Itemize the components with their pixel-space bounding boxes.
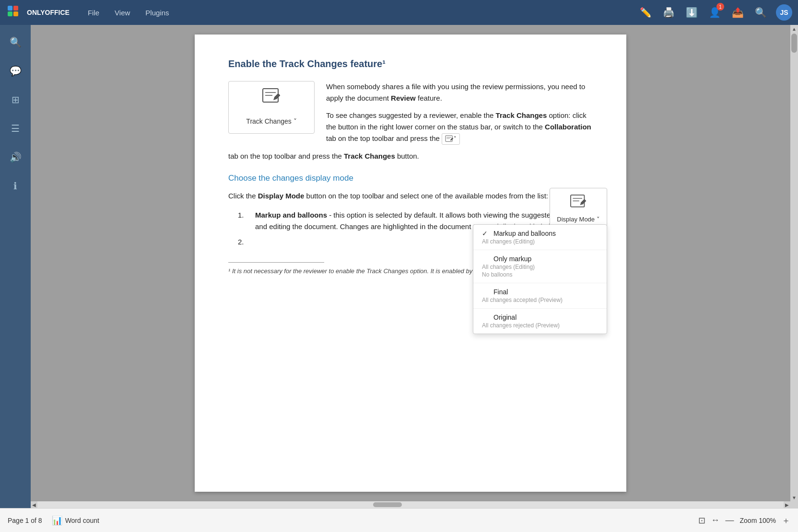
body-paragraph: Click the Display Mode button on the top… xyxy=(228,190,593,202)
dropdown-item-final[interactable]: ✓ Final All changes accepted (Preview) xyxy=(473,283,607,308)
svg-rect-3 xyxy=(8,12,12,16)
menu-items: File View Plugins xyxy=(81,6,634,20)
scroll-right-arrow[interactable]: ▶ xyxy=(784,501,790,508)
notification-area[interactable]: 👤 1 xyxy=(707,5,722,20)
vertical-scrollbar[interactable]: ▲ ▼ xyxy=(790,25,798,501)
footnote-line xyxy=(228,262,324,263)
download-icon[interactable]: ⬇️ xyxy=(684,5,699,20)
display-mode-dropdown: ✓ Markup and balloons All changes (Editi… xyxy=(473,224,607,334)
sidebar-table-icon[interactable]: ⊞ xyxy=(6,90,25,109)
menu-file[interactable]: File xyxy=(81,6,106,20)
section-heading: Choose the changes display mode xyxy=(228,172,593,185)
v-scroll-thumb[interactable] xyxy=(791,34,797,53)
dropdown-item-markup-balloons[interactable]: ✓ Markup and balloons All changes (Editi… xyxy=(473,225,607,250)
scroll-corner xyxy=(790,501,798,508)
checkmark-markup: ✓ xyxy=(482,230,490,237)
bottom-left: Page 1 of 8 xyxy=(8,517,42,524)
svg-rect-4 xyxy=(13,12,18,16)
inline-track-changes-icon[interactable]: ˅ xyxy=(442,133,460,145)
notification-badge: 1 xyxy=(716,3,724,11)
track-changes-box[interactable]: Track Changes ˅ xyxy=(228,81,315,134)
v-scroll-track[interactable] xyxy=(790,33,798,494)
sidebar-comment-icon[interactable]: 💬 xyxy=(6,61,25,81)
print-icon[interactable]: 🖨️ xyxy=(661,5,676,20)
dropdown-item-only-markup[interactable]: ✓ Only markup All changes (Editing) No b… xyxy=(473,250,607,283)
track-changes-box-icon xyxy=(262,88,281,112)
sidebar-list-icon[interactable]: ☰ xyxy=(6,119,25,138)
zoom-out-icon[interactable]: — xyxy=(726,515,734,525)
scroll-down-arrow[interactable]: ▼ xyxy=(790,494,798,501)
display-mode-button[interactable]: Display Mode ˅ xyxy=(550,188,607,229)
doc-title: Enable the Track Changes feature¹ xyxy=(228,58,593,69)
scroll-up-arrow[interactable]: ▲ xyxy=(790,25,798,33)
dropdown-item-original[interactable]: ✓ Original All changes rejected (Preview… xyxy=(473,309,607,334)
paragraph-2b: tab on the top toolbar and press the Tra… xyxy=(228,150,593,162)
list-num-1: 1. xyxy=(238,209,249,232)
display-mode-icon xyxy=(557,194,600,213)
search-topbar-icon[interactable]: 🔍 xyxy=(753,5,768,20)
sidebar-search-icon[interactable]: 🔍 xyxy=(6,33,25,52)
logo-text: ONLYOFFICE xyxy=(27,9,70,16)
sidebar-speaker-icon[interactable]: 🔊 xyxy=(6,148,25,167)
edit-icon[interactable]: ✏️ xyxy=(638,5,653,20)
menu-plugins[interactable]: Plugins xyxy=(139,6,176,20)
zoom-label: Zoom 100% xyxy=(740,517,776,524)
logo-area: ONLYOFFICE xyxy=(6,4,70,21)
h-scroll-thumb[interactable] xyxy=(373,502,402,507)
doc-content: Track Changes ˅ When somebody shares a f… xyxy=(228,81,593,248)
word-count-area[interactable]: 📊 Word count xyxy=(52,515,99,526)
topbar-right: ✏️ 🖨️ ⬇️ 👤 1 📤 🔍 JS xyxy=(638,4,792,21)
share-icon[interactable]: 📤 xyxy=(730,5,745,20)
track-changes-label: Track Changes ˅ xyxy=(246,116,296,127)
list-num-2: 2. xyxy=(238,236,249,248)
menu-view[interactable]: View xyxy=(108,6,137,20)
scroll-left-arrow[interactable]: ◀ xyxy=(31,501,37,508)
horizontal-scroll-row: ◀ ▶ xyxy=(31,501,798,508)
word-count-icon: 📊 xyxy=(52,515,62,526)
doc-wrapper: Enable the Track Changes feature¹ xyxy=(31,25,798,508)
svg-rect-1 xyxy=(8,6,12,11)
doc-page: Enable the Track Changes feature¹ xyxy=(195,35,626,492)
display-mode-label: Display Mode ˅ xyxy=(557,216,600,223)
sidebar-info-icon[interactable]: ℹ xyxy=(6,176,25,196)
word-count-label[interactable]: Word count xyxy=(65,517,99,524)
bottombar: Page 1 of 8 📊 Word count ⊡ ↔ — Zoom 100%… xyxy=(0,508,798,532)
zoom-in-icon[interactable]: ＋ xyxy=(782,515,790,526)
doc-scroll-area[interactable]: Enable the Track Changes feature¹ xyxy=(31,25,790,501)
svg-rect-2 xyxy=(13,6,18,11)
h-scroll-track[interactable] xyxy=(37,501,784,508)
left-sidebar: 🔍 💬 ⊞ ☰ 🔊 ℹ xyxy=(0,25,31,508)
doc-and-scroll: Enable the Track Changes feature¹ xyxy=(31,25,798,501)
topbar: ONLYOFFICE File View Plugins ✏️ 🖨️ ⬇️ 👤 … xyxy=(0,0,798,25)
main-area: 🔍 💬 ⊞ ☰ 🔊 ℹ Enable the Track Changes fea… xyxy=(0,25,798,508)
fit-width-icon[interactable]: ↔ xyxy=(711,515,720,525)
page-label: Page 1 of 8 xyxy=(8,517,42,524)
bottom-right: ⊡ ↔ — Zoom 100% ＋ xyxy=(698,515,790,526)
user-avatar[interactable]: JS xyxy=(776,4,792,21)
logo-icon xyxy=(6,4,23,21)
fit-page-icon[interactable]: ⊡ xyxy=(698,515,705,526)
